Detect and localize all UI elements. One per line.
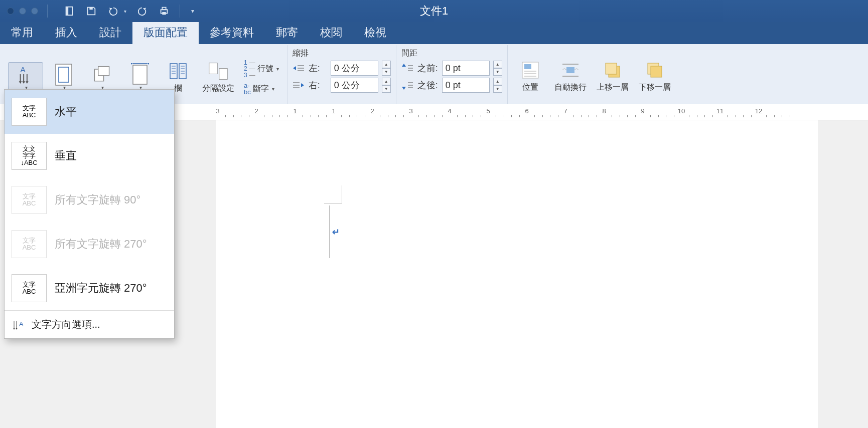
- text-direction-options-label: 文字方向選項...: [32, 318, 100, 331]
- ruler-number: 6: [525, 107, 528, 115]
- close-window-button[interactable]: [7, 8, 14, 15]
- breaks-icon: [208, 61, 228, 81]
- hyphenation-label: 斷字: [253, 84, 269, 94]
- line-numbers-button[interactable]: 123 ——— 行號 ▾: [241, 59, 282, 80]
- spacing-after-down[interactable]: ▼: [493, 85, 502, 93]
- spacing-after-input[interactable]: [442, 78, 490, 93]
- tab-layout[interactable]: 版面配置: [132, 20, 199, 44]
- margins-button[interactable]: ▾: [46, 62, 81, 93]
- text-direction-option-label: 水平: [55, 104, 77, 119]
- margin-corner-mark: [324, 185, 342, 203]
- text-direction-option: 文字 ABC所有文字旋轉 270°: [5, 222, 174, 266]
- bring-forward-label: 上移一層: [597, 82, 629, 93]
- tab-home[interactable]: 常用: [0, 20, 44, 44]
- svg-rect-46: [566, 67, 574, 73]
- ruler-number: 4: [448, 107, 451, 115]
- size-button[interactable]: ▾: [122, 62, 158, 93]
- text-direction-option[interactable]: 文字 ABC亞洲字元旋轉 270°: [5, 266, 174, 310]
- indent-left-input[interactable]: [331, 61, 378, 76]
- spacing-before-up[interactable]: ▲: [493, 61, 502, 68]
- text-direction-button[interactable]: A ▾: [8, 62, 43, 93]
- indent-header: 縮排: [293, 48, 391, 59]
- maximize-window-button[interactable]: [31, 8, 38, 15]
- text-direction-option[interactable]: 文字 ABC水平: [5, 90, 174, 134]
- spacing-before-input[interactable]: [442, 61, 490, 76]
- text-cursor: [330, 205, 330, 258]
- indent-right-down[interactable]: ▼: [382, 85, 391, 93]
- qat-separator-2: [180, 5, 180, 18]
- position-icon: [520, 60, 540, 80]
- text-direction-option-label: 亞洲字元旋轉 270°: [55, 281, 147, 296]
- bring-forward-icon: [603, 60, 623, 80]
- ruler-number: 5: [486, 107, 490, 115]
- spacing-before-label: 之前:: [417, 62, 438, 74]
- svg-text:A: A: [21, 65, 26, 74]
- text-direction-option-icon: 文文 字字 ↓ABC: [12, 142, 47, 170]
- ruler-number: 3: [216, 107, 219, 115]
- window-controls: [0, 8, 38, 15]
- spacing-after-up[interactable]: ▲: [493, 78, 502, 85]
- indent-left-up[interactable]: ▲: [382, 61, 391, 68]
- position-label: 位置: [522, 82, 538, 93]
- tab-mailings[interactable]: 郵寄: [265, 20, 309, 44]
- tab-insert[interactable]: 插入: [44, 20, 88, 44]
- indent-left-label: 左:: [309, 62, 327, 74]
- orientation-button[interactable]: ▾: [84, 62, 119, 93]
- print-button[interactable]: [158, 5, 171, 18]
- text-direction-option-label: 所有文字旋轉 270°: [55, 237, 147, 252]
- ruler-number: 12: [755, 107, 762, 115]
- spacing-before-icon: [401, 64, 413, 73]
- text-direction-option[interactable]: 文文 字字 ↓ABC垂直: [5, 134, 174, 178]
- page[interactable]: ↵: [216, 120, 818, 428]
- spacing-header: 間距: [401, 48, 502, 59]
- send-backward-button[interactable]: 下移一層: [635, 58, 674, 95]
- qat-customize-icon[interactable]: ▾: [191, 8, 194, 15]
- indent-right-icon: [293, 81, 305, 90]
- undo-dropdown-icon[interactable]: ▾: [124, 9, 126, 14]
- tab-references[interactable]: 參考資料: [199, 20, 265, 44]
- paragraph-mark-icon: ↵: [332, 227, 340, 238]
- indent-right-input[interactable]: [331, 78, 378, 93]
- svg-rect-5: [162, 12, 166, 15]
- svg-rect-4: [162, 8, 166, 10]
- bring-forward-button[interactable]: 上移一層: [593, 58, 632, 95]
- text-direction-dropdown: 文字 ABC水平文文 字字 ↓ABC垂直文字 ABC所有文字旋轉 90°文字 A…: [4, 89, 175, 339]
- undo-button[interactable]: [107, 5, 120, 18]
- text-direction-option-label: 垂直: [55, 148, 77, 163]
- text-direction-option-icon: 文字 ABC: [12, 186, 47, 214]
- tab-design[interactable]: 設計: [88, 20, 132, 44]
- minimize-window-button[interactable]: [19, 8, 26, 15]
- text-direction-option-label: 所有文字旋轉 90°: [55, 192, 140, 207]
- text-direction-option: 文字 ABC所有文字旋轉 90°: [5, 178, 174, 222]
- new-doc-button[interactable]: [63, 5, 76, 18]
- svg-rect-2: [89, 8, 92, 10]
- wrap-text-button[interactable]: 自動換行: [551, 58, 590, 95]
- ruler-number: 8: [602, 107, 606, 115]
- hyphenation-button[interactable]: a-bc 斷字 ▾: [241, 81, 282, 96]
- save-button[interactable]: [85, 5, 98, 18]
- margins-icon: [54, 65, 74, 85]
- ruler-number: 2: [370, 107, 374, 115]
- position-button[interactable]: 位置: [513, 58, 548, 95]
- ruler-number: 1: [332, 107, 335, 115]
- indent-right-up[interactable]: ▲: [382, 78, 391, 85]
- spacing-after-row: 之後: ▲▼: [401, 78, 502, 93]
- ruler-number: 11: [716, 107, 724, 115]
- svg-rect-26: [209, 63, 217, 74]
- text-direction-options-icon: A: [12, 319, 27, 330]
- breaks-button[interactable]: 分隔設定: [199, 59, 238, 96]
- text-direction-options-item[interactable]: A 文字方向選項...: [5, 310, 174, 338]
- spacing-before-down[interactable]: ▼: [493, 68, 502, 76]
- chevron-down-icon: ▾: [276, 66, 279, 72]
- tab-view[interactable]: 檢視: [353, 20, 397, 44]
- tab-review[interactable]: 校閱: [309, 20, 353, 44]
- wrap-text-label: 自動換行: [554, 82, 587, 93]
- indent-left-down[interactable]: ▼: [382, 68, 391, 76]
- indent-right-label: 右:: [309, 79, 327, 91]
- redo-button[interactable]: [135, 5, 149, 18]
- spacing-after-label: 之後:: [417, 79, 438, 91]
- ribbon-tabs: 常用 插入 設計 版面配置 參考資料 郵寄 校閱 檢視: [0, 22, 868, 44]
- quick-access-toolbar: ▾ ▾: [63, 5, 194, 18]
- svg-rect-14: [133, 65, 147, 84]
- indent-right-row: 右: ▲▼: [293, 78, 391, 93]
